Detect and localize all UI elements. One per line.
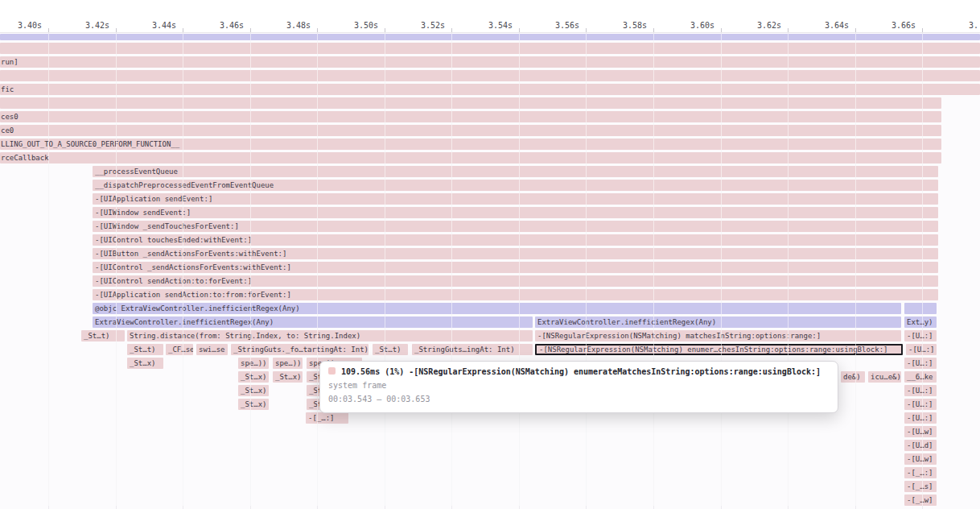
flame-row: -[UIApplication sendEvent:] [0,193,980,205]
flame-frame[interactable]: _St…t) [81,330,125,341]
flame-frame[interactable]: -[UIWindow sendEvent:] [93,207,938,218]
flame-row: -[U…d] [0,440,980,451]
flame-frame[interactable]: -[U…:] [904,399,937,410]
gridline-overlay [855,34,856,506]
flame-frame[interactable]: -[U…:] [904,412,937,424]
flame-row [0,43,980,54]
flame-row: __processEventQueue [0,166,980,177]
flame-frame[interactable]: -[_…w] [904,495,937,506]
gridline-overlay [451,34,452,506]
flame-frame[interactable]: ces0 [0,111,941,122]
ruler-time-label: 3. [969,21,978,30]
ruler-tick [116,28,117,32]
flame-frame[interactable]: LLING_OUT_TO_A_SOURCE0_PERFORM_FUNCTION_… [0,139,941,150]
flame-frame[interactable] [0,34,980,40]
flame-frame[interactable]: -[U…:] [904,358,937,369]
flame-frame[interactable]: -[UIControl touchesEnded:withEvent:] [93,234,938,246]
gridline-overlay [48,34,49,506]
flame-frame[interactable]: ExtraViewController.inefficientRegex(Any… [93,317,533,328]
ruler-time-label: 3.64s [825,21,849,30]
flame-frame[interactable]: -[NSRegularExpression(NSMatching) matche… [535,330,901,341]
flame-row: -[UIWindow _sendTouchesForEvent:] [0,221,980,232]
flame-frame[interactable]: -[_…:] [306,412,348,424]
tooltip-title: 109.56ms (1%) -[NSRegularExpression(NSMa… [341,367,821,376]
flame-frame[interactable]: spe…)) [273,358,303,369]
flame-row: -[_…w] [0,495,980,506]
ruler-tick [721,28,722,32]
gridline-overlay [653,34,654,506]
flame-frame[interactable] [0,97,941,109]
gridline-overlay [721,34,722,506]
flame-frame[interactable]: -[UIButton _sendActionsForEvents:withEve… [93,248,938,259]
ruler-time-label: 3.58s [623,21,647,30]
flame-frame[interactable]: -[UIApplication sendEvent:] [93,193,938,205]
flame-frame[interactable]: String.distance(from: String.Index, to: … [127,330,533,341]
ruler-tick [385,28,385,32]
flame-frame[interactable] [904,303,937,314]
flame-frame[interactable]: _CF…se [166,344,193,355]
flame-frame[interactable]: -[U…:] [906,344,937,355]
flame-frame[interactable]: swi…se [196,344,228,355]
flame-frame[interactable]: spe…)) [238,358,269,369]
ruler-tick [788,28,789,32]
flame-frame[interactable]: fic [0,84,980,95]
flame-frame[interactable]: -[_…s] [904,481,937,492]
gridline-overlay [586,34,587,506]
flame-frame[interactable]: ExtraViewController.inefficientRegex(Any… [535,317,901,328]
flame-frame[interactable]: _St…x) [238,371,269,383]
flame-row: -[_…s] [0,481,980,492]
flame-frame[interactable]: -[U…:] [904,330,937,341]
flame-frame[interactable]: de&) [841,371,865,383]
gridline-overlay [788,34,789,506]
flame-frame[interactable]: _St…x) [238,399,269,410]
flame-row: -[_…:] [0,467,980,478]
flame-frame[interactable]: -[U…w] [904,453,937,465]
flame-frame[interactable]: __6…ke [904,371,937,383]
flame-frame[interactable]: -[UIControl sendAction:to:forEvent:] [93,275,938,287]
ruler-time-label: 3.44s [152,21,176,30]
flame-frame[interactable]: _St…x) [273,371,303,383]
flame-row: _St…t)String.distance(from: String.Index… [0,330,980,341]
ruler-tick [451,28,452,32]
flame-frame[interactable]: _StringGuts…ingAt: Int) [412,344,533,355]
flame-row: @objc ExtraViewController.inefficientReg… [0,303,980,314]
flame-frame[interactable]: __processEventQueue [93,166,938,177]
ruler-tick [922,28,923,32]
flame-frame[interactable]: ce0 [0,125,941,136]
flame-frame[interactable]: -[UIControl _sendActionsForEvents:withEv… [93,262,938,273]
flame-row [0,70,980,81]
flame-frame[interactable]: -[U…d] [904,440,937,451]
ruler-tick [653,28,654,32]
flame-frame[interactable]: _StringGuts._fo…tartingAt: Int) [231,344,369,355]
flame-frame[interactable]: _St…t) [373,344,408,355]
flame-row: ce0 [0,125,980,136]
flame-frame[interactable]: @objc ExtraViewController.inefficientReg… [93,303,901,314]
ruler-tick [519,28,520,32]
flame-frame[interactable]: icu…e&) [868,371,901,383]
flame-row: -[U…w] [0,453,980,465]
flame-frame[interactable]: run] [0,56,980,68]
flame-row: run] [0,56,980,68]
flame-row: -[UIButton _sendActionsForEvents:withEve… [0,248,980,259]
flame-frame[interactable]: __dispatchPreprocessedEventFromEventQueu… [93,180,938,191]
tooltip-subtitle: system frame [328,381,830,390]
flame-frame[interactable]: -[UIWindow _sendTouchesForEvent:] [93,221,938,232]
flame-frame[interactable]: -[U…:] [904,385,937,396]
flame-frame[interactable]: Ext…y) [904,317,937,328]
gridline-overlay [183,34,183,506]
flame-frame[interactable] [0,43,980,54]
flame-frame[interactable]: _St…t) [127,344,163,355]
flame-frame[interactable]: -[U…w] [904,426,937,437]
flame-frame[interactable]: -[UIApplication sendAction:to:from:forEv… [93,289,938,300]
flame-frame[interactable]: _St…x) [127,358,163,369]
time-ruler[interactable]: 3.40s3.42s3.44s3.46s3.48s3.50s3.52s3.54s… [0,0,980,33]
flame-frame-selected[interactable]: -[NSRegularExpression(NSMatching) enumer… [535,344,903,355]
flame-row: -[UIWindow sendEvent:] [0,207,980,218]
ruler-tick [317,28,318,32]
gridline-overlay [250,34,251,506]
frame-color-swatch-icon [328,367,336,375]
flame-frame[interactable]: -[_…:] [904,467,937,478]
flame-frame[interactable]: _St…x) [238,385,269,396]
flame-frame[interactable] [0,70,980,81]
flame-frame[interactable]: rceCallback [0,152,941,163]
